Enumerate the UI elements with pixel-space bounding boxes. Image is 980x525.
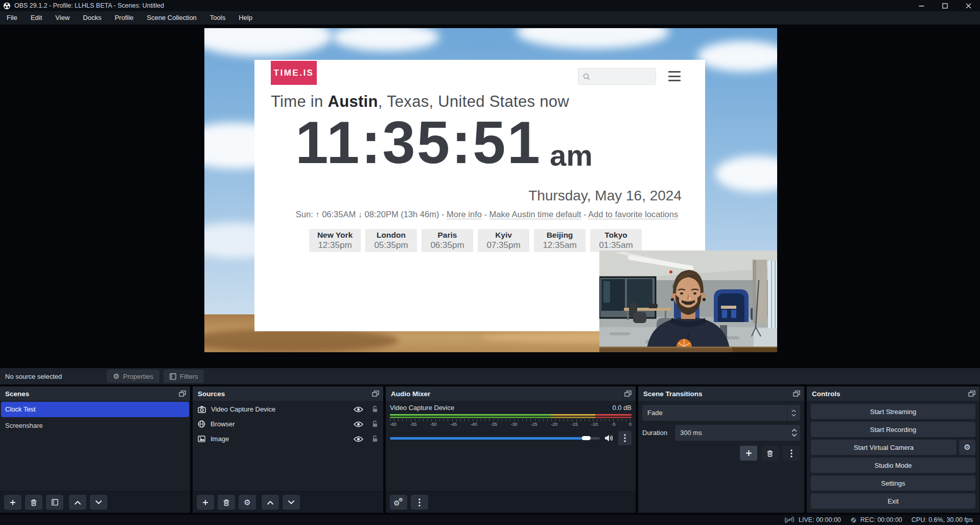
popout-icon[interactable] — [624, 391, 632, 397]
start-streaming-button[interactable]: Start Streaming — [811, 404, 975, 419]
add-source-button[interactable] — [197, 495, 214, 510]
timeis-logo[interactable]: TIME.IS — [271, 61, 317, 85]
popout-icon[interactable] — [179, 391, 186, 397]
maximize-button[interactable] — [933, 0, 956, 11]
world-clock-tokyo[interactable]: Tokyo01:35am — [590, 229, 642, 252]
add-favorite-link[interactable]: Add to favorite locations — [588, 210, 678, 219]
make-default-link[interactable]: Make Austin time default — [489, 210, 581, 219]
scene-item-clock-test[interactable]: Clock Test — [1, 402, 189, 417]
properties-button[interactable]: ⚙ Properties — [107, 370, 159, 383]
scene-item-screenshare[interactable]: Screenshare — [1, 418, 189, 433]
audio-mixer-toolbar: ⚙⚙ — [386, 491, 636, 513]
popout-icon[interactable] — [968, 391, 975, 397]
scene-transitions-title: Scene Transitions — [643, 390, 703, 398]
spin-up-icon[interactable] — [791, 429, 797, 432]
sources-dock: Sources Video Capture Device Browser — [193, 386, 383, 513]
popout-icon[interactable] — [793, 391, 800, 397]
globe-icon — [198, 420, 205, 428]
meter-tick-marks — [390, 419, 632, 421]
speaker-icon[interactable] — [604, 435, 614, 442]
move-scene-down-button[interactable] — [90, 495, 107, 510]
cloud — [697, 41, 777, 72]
audio-mixer-menu-button[interactable] — [411, 495, 428, 510]
volume-slider-handle[interactable] — [582, 436, 591, 440]
start-virtual-camera-button[interactable]: Start Virtual Camera — [811, 440, 956, 455]
rec-timer: REC: 00:00:00 — [860, 516, 902, 523]
virtual-camera-settings-button[interactable]: ⚙ — [959, 440, 975, 455]
live-timer: LIVE: 00:00:00 — [799, 516, 841, 523]
meter-scale: -60-55-50-45-40-35-30-25-20-15-10-50 — [390, 422, 632, 427]
hamburger-menu-icon[interactable] — [668, 71, 681, 81]
popout-icon[interactable] — [372, 391, 379, 397]
start-recording-button[interactable]: Start Recording — [811, 422, 975, 437]
transition-select[interactable]: Fade — [642, 405, 800, 421]
lock-icon[interactable] — [371, 435, 378, 443]
controls-title: Controls — [812, 390, 841, 398]
dock-area: Scenes Clock Test Screenshare Sources — [0, 386, 979, 513]
menu-file[interactable]: File — [0, 11, 24, 25]
transition-menu-button[interactable] — [783, 446, 800, 461]
settings-button[interactable]: Settings — [811, 475, 975, 491]
menu-edit[interactable]: Edit — [24, 11, 49, 25]
menu-profile[interactable]: Profile — [108, 11, 140, 25]
menu-tools[interactable]: Tools — [203, 11, 232, 25]
menu-bar: File Edit View Docks Profile Scene Colle… — [0, 11, 980, 25]
minimize-button[interactable] — [909, 0, 933, 11]
cloud — [516, 28, 669, 49]
scene-filters-button[interactable] — [46, 495, 63, 510]
visibility-eye-icon[interactable] — [354, 421, 363, 427]
scenes-list: Clock Test Screenshare — [0, 401, 190, 491]
remove-scene-button[interactable] — [25, 495, 42, 510]
filters-button[interactable]: Filters — [164, 370, 204, 383]
source-row-browser[interactable]: Browser — [193, 417, 383, 431]
remove-source-button[interactable] — [218, 495, 235, 510]
visibility-eye-icon[interactable] — [354, 406, 363, 413]
close-button[interactable] — [956, 0, 980, 11]
scenes-toolbar — [0, 491, 190, 513]
duration-input[interactable]: 300 ms — [675, 425, 800, 441]
sun-info-line: Sun: ↑ 06:35AM ↓ 08:20PM (13h 46m) - Mor… — [254, 210, 705, 219]
search-input[interactable] — [578, 68, 656, 85]
lock-icon[interactable] — [371, 420, 378, 428]
world-clock-paris[interactable]: Paris06:35pm — [422, 229, 473, 252]
clock-digits: 11:35:51 — [295, 113, 542, 172]
move-scene-up-button[interactable] — [69, 495, 86, 510]
volume-slider[interactable] — [390, 437, 600, 440]
current-date: Thursday, May 16, 2024 — [528, 188, 682, 204]
exit-button[interactable]: Exit — [811, 493, 975, 509]
gear-icon: ⚙ — [964, 443, 970, 452]
source-toolbar: No source selected ⚙ Properties Filters — [0, 368, 980, 384]
sources-list: Video Capture Device Browser Image — [193, 401, 383, 491]
add-scene-button[interactable] — [4, 495, 21, 510]
menu-docks[interactable]: Docks — [76, 11, 108, 25]
timeis-heading: Time in Austin, Texas, United States now — [271, 93, 569, 111]
audio-mixer-title: Audio Mixer — [391, 390, 430, 398]
spin-down-icon[interactable] — [791, 433, 797, 437]
studio-mode-button[interactable]: Studio Mode — [811, 458, 975, 473]
duration-label: Duration — [642, 429, 671, 437]
window-title: OBS 29.1.2 - Profile: LLHLS BETA - Scene… — [14, 2, 164, 9]
visibility-eye-icon[interactable] — [354, 436, 363, 442]
menu-view[interactable]: View — [49, 11, 76, 25]
menu-help[interactable]: Help — [232, 11, 259, 25]
program-preview[interactable]: TIME.IS Time in Austin, Texas, United St… — [204, 28, 777, 352]
advanced-audio-properties-button[interactable]: ⚙⚙ — [390, 495, 407, 510]
more-info-link[interactable]: More info — [447, 210, 482, 219]
add-transition-button[interactable] — [740, 446, 757, 461]
source-row-image[interactable]: Image — [193, 431, 383, 446]
move-source-down-button[interactable] — [283, 495, 300, 510]
world-clock-newyork[interactable]: New York12:35pm — [309, 229, 361, 252]
lock-icon[interactable] — [371, 405, 378, 413]
world-clock-kyiv[interactable]: Kyiv07:35pm — [478, 229, 529, 252]
scenes-title: Scenes — [5, 390, 29, 398]
volume-meter-left — [390, 414, 632, 416]
source-properties-button[interactable]: ⚙ — [239, 495, 256, 510]
remove-transition-button[interactable] — [761, 446, 779, 461]
audio-channel-menu-button[interactable] — [618, 431, 632, 445]
world-clock-london[interactable]: London05:35pm — [365, 229, 417, 252]
move-source-up-button[interactable] — [262, 495, 279, 510]
menu-scene-collection[interactable]: Scene Collection — [140, 11, 203, 25]
source-row-video-capture[interactable]: Video Capture Device — [193, 402, 383, 417]
camera-icon — [198, 406, 206, 413]
world-clock-beijing[interactable]: Beijing12:35am — [534, 229, 586, 252]
